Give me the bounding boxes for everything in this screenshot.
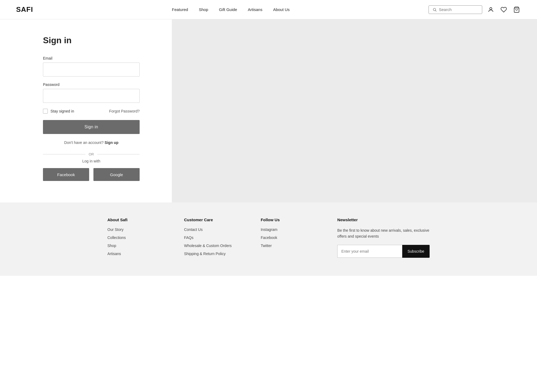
form-options: Stay signed in Forgot Password? (43, 109, 140, 114)
footer-care-links: Contact UsFAQsWholesale & Custom OrdersS… (184, 227, 250, 256)
signup-link[interactable]: Sign up (105, 140, 118, 145)
footer-inner: About Safi Our StoryCollectionsShopArtis… (107, 217, 430, 260)
or-text: OR (89, 152, 94, 156)
newsletter-subscribe-button[interactable]: Subscribe (402, 245, 430, 258)
header-actions (429, 5, 521, 14)
footer-newsletter-col: Newsletter Be the first to know about ne… (337, 217, 430, 260)
newsletter-desc: Be the first to know about new arrivals,… (337, 227, 430, 239)
stay-signed-in-checkbox[interactable] (43, 109, 48, 114)
footer-about-links: Our StoryCollectionsShopArtisans (107, 227, 173, 256)
email-group: Email (43, 56, 150, 77)
stay-signed-in-text: Stay signed in (50, 109, 74, 113)
nav-item-gift-guide[interactable]: Gift Guide (219, 7, 237, 12)
account-button[interactable] (487, 5, 495, 14)
facebook-button[interactable]: Facebook (43, 168, 89, 181)
forgot-password-link[interactable]: Forgot Password? (109, 109, 140, 113)
footer-about-link[interactable]: Our Story (107, 227, 173, 232)
footer-follow-col: Follow Us InstagramFacebookTwitter (261, 217, 326, 260)
or-divider: OR (43, 152, 140, 156)
log-in-with-text: Log in with (43, 159, 140, 163)
footer-follow-title: Follow Us (261, 217, 326, 222)
footer-care-link[interactable]: Shipping & Return Policy (184, 252, 250, 256)
newsletter-form: Subscribe (337, 245, 430, 258)
svg-point-2 (490, 8, 492, 10)
footer-follow-links: InstagramFacebookTwitter (261, 227, 326, 248)
footer-about-col: About Safi Our StoryCollectionsShopArtis… (107, 217, 173, 260)
site-logo[interactable]: SAFI (16, 5, 33, 14)
main-content: Sign in Email Password Stay signed in Fo… (0, 19, 537, 202)
footer-about-link[interactable]: Collections (107, 235, 173, 240)
footer-care-title: Customer Care (184, 217, 250, 222)
footer: About Safi Our StoryCollectionsShopArtis… (0, 202, 537, 276)
password-label: Password (43, 82, 150, 87)
footer-care-link[interactable]: FAQs (184, 235, 250, 240)
signin-button[interactable]: Sign in (43, 120, 140, 134)
user-icon (488, 6, 494, 13)
wishlist-button[interactable] (499, 5, 508, 14)
footer-care-link[interactable]: Contact Us (184, 227, 250, 232)
signup-text: Don't have an account? Sign up (43, 140, 140, 145)
google-button[interactable]: Google (93, 168, 140, 181)
nav-item-about-us[interactable]: About Us (273, 7, 290, 12)
svg-line-1 (436, 10, 437, 11)
or-line-right (97, 154, 140, 154)
footer-follow-link[interactable]: Twitter (261, 244, 326, 248)
social-buttons: Facebook Google (43, 168, 140, 181)
search-bar[interactable] (429, 5, 482, 14)
footer-care-col: Customer Care Contact UsFAQsWholesale & … (184, 217, 250, 260)
heart-icon (500, 6, 507, 13)
stay-signed-in-label[interactable]: Stay signed in (43, 109, 74, 114)
footer-about-title: About Safi (107, 217, 173, 222)
search-input[interactable] (439, 7, 478, 12)
cart-icon (513, 6, 520, 13)
email-label: Email (43, 56, 150, 60)
nav-item-artisans[interactable]: Artisans (248, 7, 262, 12)
footer-newsletter-title: Newsletter (337, 217, 430, 222)
footer-about-link[interactable]: Artisans (107, 252, 173, 256)
newsletter-email-input[interactable] (337, 245, 402, 258)
email-input[interactable] (43, 63, 140, 77)
signin-section: Sign in Email Password Stay signed in Fo… (0, 19, 172, 202)
svg-point-0 (433, 8, 436, 10)
signin-title: Sign in (43, 35, 150, 45)
nav-item-shop[interactable]: Shop (199, 7, 208, 12)
footer-care-link[interactable]: Wholesale & Custom Orders (184, 244, 250, 248)
no-account-text: Don't have an account? (64, 140, 104, 145)
footer-about-link[interactable]: Shop (107, 244, 173, 248)
footer-follow-link[interactable]: Instagram (261, 227, 326, 232)
or-line-left (43, 154, 85, 154)
main-nav: FeaturedShopGift GuideArtisansAbout Us (172, 7, 290, 12)
nav-item-featured[interactable]: Featured (172, 7, 188, 12)
header: SAFI FeaturedShopGift GuideArtisansAbout… (0, 0, 537, 19)
signin-image (172, 19, 537, 202)
search-icon (433, 7, 437, 12)
cart-button[interactable] (512, 5, 521, 14)
footer-follow-link[interactable]: Facebook (261, 235, 326, 240)
password-group: Password (43, 82, 150, 103)
password-input[interactable] (43, 89, 140, 103)
